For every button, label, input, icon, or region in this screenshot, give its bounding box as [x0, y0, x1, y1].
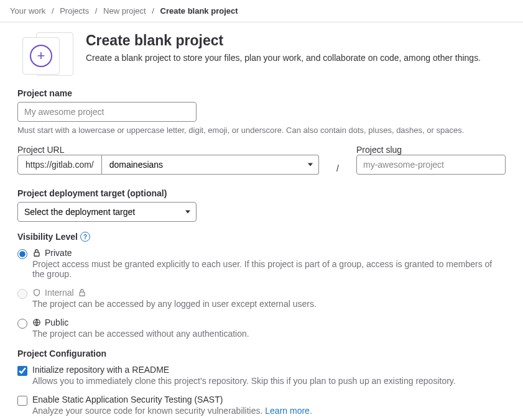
breadcrumb-new-project[interactable]: New project — [103, 6, 146, 16]
breadcrumb-separator: / — [52, 6, 54, 16]
breadcrumb-current: Create blank project — [160, 6, 238, 16]
visibility-private-title: Private — [45, 248, 72, 258]
deployment-select[interactable]: Select the deployment target — [17, 202, 197, 222]
globe-icon — [32, 318, 41, 327]
breadcrumb: Your work / Projects / New project / Cre… — [0, 0, 523, 22]
breadcrumb-your-work[interactable]: Your work — [10, 6, 45, 16]
project-name-help: Must start with a lowercase or uppercase… — [17, 126, 506, 135]
visibility-label: Visibility Level — [17, 232, 78, 242]
breadcrumb-projects[interactable]: Projects — [60, 6, 89, 16]
svg-rect-1 — [80, 292, 85, 296]
project-slug-label: Project slug — [356, 145, 402, 155]
svg-rect-0 — [34, 252, 39, 256]
project-name-input[interactable] — [17, 102, 197, 122]
lock-icon — [32, 249, 41, 257]
page-title: Create blank project — [86, 32, 481, 49]
readme-checkbox[interactable] — [17, 366, 27, 376]
readme-title: Initialize repository with a README — [32, 365, 506, 375]
visibility-internal-title: Internal — [45, 288, 74, 298]
shield-icon — [32, 288, 41, 297]
sast-learn-more-link[interactable]: Learn more. — [265, 406, 312, 416]
project-icon-tile: + — [17, 32, 73, 76]
plus-icon: + — [30, 45, 52, 67]
visibility-public-desc: The project can be accessed without any … — [32, 329, 506, 339]
project-url-label: Project URL — [17, 145, 64, 155]
visibility-public-title: Public — [45, 317, 68, 327]
config-heading: Project Configuration — [17, 349, 506, 358]
visibility-public-radio[interactable] — [17, 319, 27, 329]
breadcrumb-separator: / — [95, 6, 98, 16]
project-name-label: Project name — [17, 88, 506, 98]
visibility-private-radio[interactable] — [17, 249, 27, 259]
sast-checkbox[interactable] — [17, 396, 27, 406]
page-subtitle: Create a blank project to store your fil… — [86, 53, 481, 63]
url-separator: / — [329, 158, 346, 178]
url-prefix: https://gitlab.com/ — [17, 155, 102, 175]
project-slug-input[interactable] — [356, 155, 506, 175]
readme-desc: Allows you to immediately clone this pro… — [32, 376, 506, 386]
sast-title: Enable Static Application Security Testi… — [32, 395, 506, 404]
namespace-select[interactable]: domainesians — [102, 155, 319, 175]
sast-desc: Analyze your source code for known secur… — [32, 406, 506, 416]
deployment-label: Project deployment target (optional) — [17, 188, 506, 198]
visibility-internal-desc: The project can be accessed by any logge… — [32, 299, 506, 309]
visibility-internal-radio — [17, 289, 27, 299]
visibility-private-desc: Project access must be granted explicitl… — [32, 259, 506, 279]
breadcrumb-separator: / — [152, 6, 154, 16]
help-icon[interactable]: ? — [80, 232, 90, 242]
lock-icon — [78, 288, 86, 297]
